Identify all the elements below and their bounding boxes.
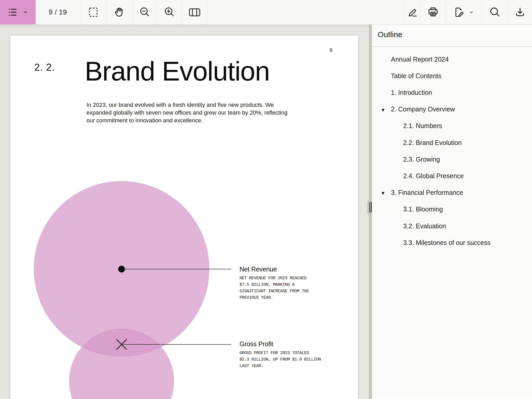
intro-paragraph: In 2023, our brand evolved with a fresh … bbox=[87, 101, 310, 124]
page-number: 9 bbox=[329, 47, 332, 53]
outline-item-company-overview[interactable]: 2. Company Overview bbox=[391, 105, 455, 113]
toolbar-divider bbox=[207, 0, 207, 24]
markup-button[interactable] bbox=[404, 0, 420, 24]
select-tool-button[interactable] bbox=[80, 0, 106, 24]
document-scroll-area[interactable]: 9 2. 2. Brand Evolution In 2023, our bra… bbox=[0, 25, 369, 399]
annotation-body: GROSS PROFIT FOR 2023 TOTALED $2.3 BILLI… bbox=[240, 350, 321, 369]
outline-item-introduction[interactable]: 1. Introduction bbox=[391, 89, 432, 96]
outline-sidebar: Outline ▼ ▼ Annual Report 2024 Table of … bbox=[372, 25, 532, 399]
outline-item-toc[interactable]: Table of Contents bbox=[391, 72, 442, 80]
outline-item-brand-evolution[interactable]: 2.2. Brand Evolution bbox=[403, 139, 462, 147]
collapse-triangle-icon[interactable]: ▼ bbox=[381, 107, 385, 113]
content-area: 9 2. 2. Brand Evolution In 2023, our bra… bbox=[0, 25, 532, 399]
annotation-heading: Net Revenue bbox=[240, 265, 309, 273]
search-button[interactable] bbox=[482, 0, 508, 24]
annotation-body: NET REVENUE FOR 2023 REACHED $7.5 BILLIO… bbox=[240, 275, 309, 301]
zoom-in-icon bbox=[163, 6, 175, 18]
sidebar-rule bbox=[372, 46, 532, 47]
marquee-select-icon bbox=[87, 6, 99, 18]
section-number: 2. 2. bbox=[34, 62, 55, 73]
net-revenue-annotation: Net Revenue NET REVENUE FOR 2023 REACHED… bbox=[240, 265, 309, 301]
gross-profit-annotation: Gross Profit GROSS PROFIT FOR 2023 TOTAL… bbox=[240, 340, 321, 369]
collapse-triangle-icon[interactable]: ▼ bbox=[381, 190, 385, 196]
hand-tool-icon bbox=[114, 6, 125, 18]
net-revenue-leader-line bbox=[122, 269, 231, 269]
toolbar: 9 / 19 bbox=[0, 0, 532, 25]
page-indicator: 9 / 19 bbox=[36, 0, 80, 24]
page-indicator-label: 9 / 19 bbox=[49, 8, 67, 16]
markup-pencil-icon bbox=[407, 6, 418, 18]
outline-toggle-button[interactable] bbox=[0, 0, 36, 24]
two-page-view-button[interactable] bbox=[182, 0, 207, 24]
outline-item-blooming[interactable]: 3.1. Blooming bbox=[403, 205, 443, 213]
grip-line bbox=[369, 202, 370, 212]
pdf-page: 9 2. 2. Brand Evolution In 2023, our bra… bbox=[10, 36, 358, 399]
printer-icon bbox=[427, 6, 439, 18]
page-title: Brand Evolution bbox=[85, 58, 270, 85]
sign-button[interactable] bbox=[446, 0, 482, 24]
outline-item-annual-report[interactable]: Annual Report 2024 bbox=[391, 56, 449, 63]
chevron-down-icon bbox=[22, 9, 29, 15]
zoom-in-button[interactable] bbox=[157, 0, 182, 24]
download-button[interactable] bbox=[508, 0, 532, 24]
chevron-down-icon bbox=[469, 9, 474, 15]
print-button[interactable] bbox=[421, 0, 445, 24]
outline-item-milestones[interactable]: 3.3. Milestones of our success bbox=[403, 239, 490, 247]
outline-item-numbers[interactable]: 2.1. Numbers bbox=[403, 122, 442, 130]
search-icon bbox=[489, 6, 501, 18]
grip-line bbox=[371, 202, 372, 212]
zoom-out-icon bbox=[139, 6, 151, 18]
hand-tool-button[interactable] bbox=[107, 0, 132, 24]
gross-profit-leader-line bbox=[122, 344, 231, 345]
outline-item-global-presence[interactable]: 2.4. Global Presence bbox=[403, 172, 464, 180]
sidebar-title: Outline bbox=[378, 30, 402, 39]
outline-item-financial-performance[interactable]: 3. Financial Performance bbox=[391, 189, 463, 196]
outline-item-evaluation[interactable]: 3.2. Evaluation bbox=[403, 222, 446, 230]
outline-item-growing[interactable]: 2.3. Growing bbox=[403, 156, 440, 163]
pdf-viewer-window: 9 / 19 bbox=[0, 0, 532, 399]
outline-list-icon bbox=[7, 7, 18, 18]
zoom-out-button[interactable] bbox=[133, 0, 156, 24]
sign-document-icon bbox=[453, 6, 465, 18]
download-icon bbox=[514, 6, 526, 18]
two-page-view-icon bbox=[188, 7, 201, 18]
annotation-heading: Gross Profit bbox=[240, 340, 321, 348]
